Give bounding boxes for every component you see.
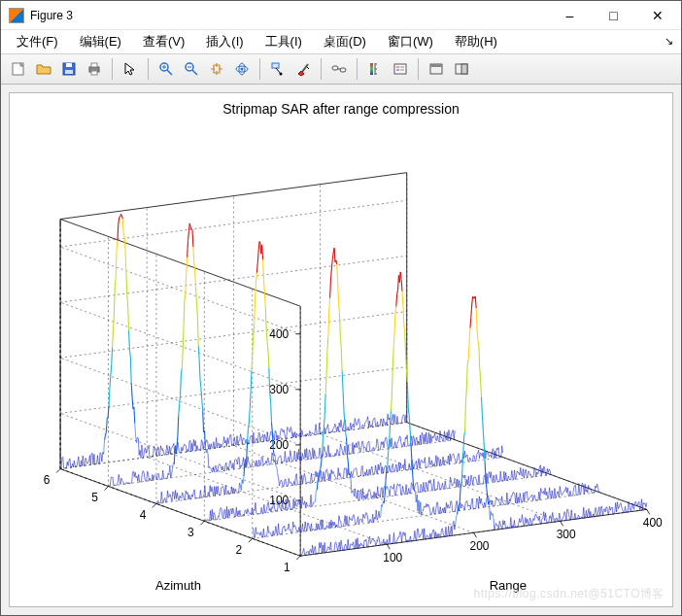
svg-line-1841 xyxy=(373,514,374,522)
menu-file[interactable]: 文件(F) xyxy=(7,30,68,53)
svg-line-189 xyxy=(132,398,133,409)
svg-line-151 xyxy=(99,453,100,463)
legend-icon[interactable] xyxy=(389,57,412,81)
zoom-out-icon[interactable] xyxy=(180,57,203,81)
svg-line-942 xyxy=(189,495,190,499)
svg-line-1653 xyxy=(507,476,508,480)
svg-line-157 xyxy=(105,435,106,439)
save-icon[interactable] xyxy=(57,57,81,81)
svg-line-671 xyxy=(253,462,254,462)
svg-line-512 xyxy=(115,485,116,486)
svg-line-1036 xyxy=(271,401,272,422)
svg-line-714 xyxy=(290,451,290,462)
svg-line-637 xyxy=(222,466,223,471)
svg-line-641 xyxy=(226,462,227,470)
svg-line-301 xyxy=(229,435,230,440)
data-cursor-icon[interactable] xyxy=(266,57,290,81)
svg-line-718 xyxy=(292,461,293,462)
svg-line-395 xyxy=(311,433,312,434)
svg-line-1337 xyxy=(234,512,235,517)
menu-help[interactable]: 帮助(H) xyxy=(445,30,507,53)
link-icon[interactable] xyxy=(327,57,351,81)
svg-line-293 xyxy=(222,444,223,445)
svg-line-933 xyxy=(182,493,183,498)
svg-line-176 xyxy=(121,214,122,215)
svg-line-601 xyxy=(191,229,192,230)
menu-edit[interactable]: 编辑(E) xyxy=(70,30,131,53)
svg-line-178 xyxy=(122,219,123,233)
menu-desktop[interactable]: 桌面(D) xyxy=(314,30,376,53)
svg-line-747 xyxy=(318,457,319,458)
svg-line-832 xyxy=(392,438,392,446)
close-button[interactable]: ✕ xyxy=(635,1,679,29)
new-figure-icon[interactable] xyxy=(7,57,30,81)
svg-line-1913 xyxy=(435,509,436,514)
colorbar-icon[interactable] xyxy=(363,57,387,81)
menu-view[interactable]: 查看(V) xyxy=(133,30,194,53)
svg-line-1869 xyxy=(397,290,398,294)
rotate3d-icon[interactable] xyxy=(230,57,254,81)
svg-line-2058 xyxy=(561,492,562,496)
brush-icon[interactable] xyxy=(291,57,315,81)
svg-line-1928 xyxy=(448,504,449,508)
svg-line-1114 xyxy=(338,468,339,476)
hide-tools-icon[interactable] xyxy=(425,57,448,81)
axes-panel[interactable]: Stripmap SAR after range compression 100… xyxy=(9,92,673,607)
zoom-in-icon[interactable] xyxy=(154,57,178,81)
svg-line-2060 xyxy=(563,493,563,495)
svg-line-1596 xyxy=(459,480,460,487)
svg-line-1581 xyxy=(445,481,446,488)
svg-line-314 xyxy=(241,434,242,438)
svg-line-634 xyxy=(221,464,222,467)
svg-line-517 xyxy=(119,474,119,481)
window-titlebar: Figure 3 – □ ✕ xyxy=(1,1,681,30)
svg-line-1460 xyxy=(340,337,341,347)
svg-line-1466 xyxy=(346,432,347,437)
svg-line-1739 xyxy=(285,526,286,531)
svg-line-629 xyxy=(216,465,217,471)
svg-line-610 xyxy=(199,359,200,379)
svg-line-303 xyxy=(231,435,232,446)
svg-line-1906 xyxy=(429,506,430,510)
svg-line-219 xyxy=(158,447,159,456)
svg-line-331 xyxy=(256,438,256,443)
svg-line-1020 xyxy=(256,263,257,273)
svg-line-2296 xyxy=(469,327,470,343)
dock-arrow-icon[interactable]: ↘ xyxy=(665,35,673,48)
menu-tools[interactable]: 工具(I) xyxy=(256,30,312,53)
svg-line-2111 xyxy=(309,550,310,555)
svg-line-1004 xyxy=(243,476,244,483)
pointer-icon[interactable] xyxy=(119,57,142,81)
svg-line-1433 xyxy=(317,481,318,491)
svg-line-1446 xyxy=(328,312,329,337)
open-icon[interactable] xyxy=(32,57,55,81)
svg-line-507 xyxy=(110,477,111,486)
dock-icon[interactable] xyxy=(450,57,473,81)
maximize-button[interactable]: □ xyxy=(592,1,635,29)
svg-line-2191 xyxy=(378,536,379,538)
svg-line-1153 xyxy=(372,466,373,473)
svg-line-958 xyxy=(203,496,204,497)
svg-line-1165 xyxy=(383,467,384,473)
pan-icon[interactable] xyxy=(205,57,228,81)
svg-line-2449 xyxy=(601,506,602,515)
svg-line-2257 xyxy=(435,531,436,537)
svg-line-1453 xyxy=(334,248,335,262)
svg-line-484 xyxy=(388,414,389,420)
svg-line-544 xyxy=(142,471,143,475)
menu-window[interactable]: 窗口(W) xyxy=(378,30,443,53)
svg-line-320 xyxy=(246,439,247,443)
print-icon[interactable] xyxy=(83,57,106,81)
svg-line-2486 xyxy=(633,502,634,509)
svg-line-1363 xyxy=(256,513,257,514)
svg-line-2352 xyxy=(518,523,519,527)
svg-line-1251 xyxy=(457,456,458,462)
minimize-button[interactable]: – xyxy=(548,1,592,29)
svg-line-614 xyxy=(203,411,204,432)
svg-line-1276 xyxy=(479,450,480,459)
menu-insert[interactable]: 插入(I) xyxy=(196,30,253,53)
svg-line-928 xyxy=(177,493,178,498)
svg-line-737 xyxy=(309,450,310,452)
svg-line-2209 xyxy=(393,532,394,542)
svg-line-1888 xyxy=(414,486,415,491)
